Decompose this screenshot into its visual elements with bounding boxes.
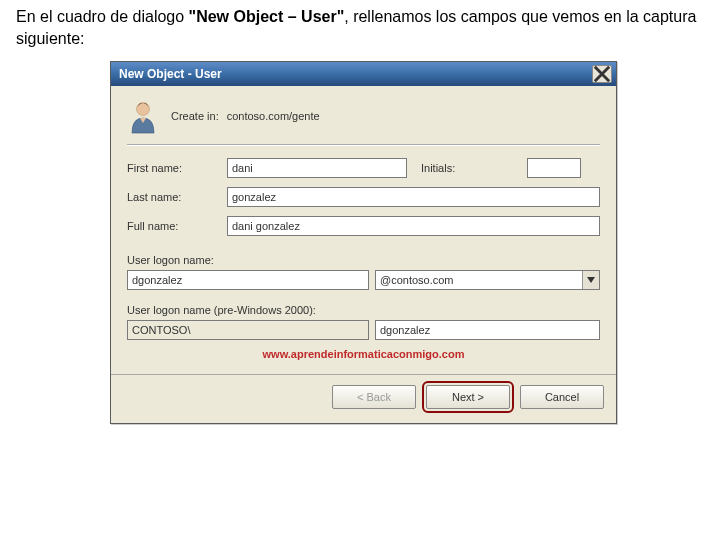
- logon-pre-label: User logon name (pre-Windows 2000):: [127, 304, 600, 316]
- dropdown-arrow-icon: [582, 271, 599, 289]
- user-icon: [127, 98, 159, 134]
- create-in-path: contoso.com/gente: [227, 110, 320, 122]
- domain-suffix-combo[interactable]: @contoso.com: [375, 270, 600, 290]
- divider: [127, 144, 600, 146]
- svg-point-0: [137, 103, 150, 116]
- logon-pre-input[interactable]: dgonzalez: [375, 320, 600, 340]
- cancel-button[interactable]: Cancel: [520, 385, 604, 409]
- back-button[interactable]: < Back: [332, 385, 416, 409]
- window-title: New Object - User: [119, 67, 592, 81]
- close-button[interactable]: [592, 65, 612, 83]
- titlebar: New Object - User: [111, 62, 616, 86]
- first-name-input[interactable]: dani: [227, 158, 407, 178]
- logon-name-input[interactable]: dgonzalez: [127, 270, 369, 290]
- last-name-label: Last name:: [127, 191, 227, 203]
- full-name-input[interactable]: dani gonzalez: [227, 216, 600, 236]
- close-icon: [593, 65, 611, 83]
- domain-suffix-value: @contoso.com: [376, 271, 582, 289]
- full-name-label: Full name:: [127, 220, 227, 232]
- last-name-input[interactable]: gonzalez: [227, 187, 600, 207]
- first-name-label: First name:: [127, 162, 227, 174]
- dialog-window: New Object - User Create in: contoso.com…: [110, 61, 617, 424]
- domain-prefix-box: CONTOSO\: [127, 320, 369, 340]
- watermark-text: www.aprendeinformaticaconmigo.com: [127, 348, 600, 360]
- initials-input[interactable]: [527, 158, 581, 178]
- footer: < Back Next > Cancel: [111, 374, 616, 423]
- logon-name-label: User logon name:: [127, 254, 600, 266]
- initials-label: Initials:: [421, 162, 521, 174]
- next-button[interactable]: Next >: [426, 385, 510, 409]
- create-in-label: Create in:: [171, 110, 219, 122]
- intro-text: En el cuadro de dialogo "New Object – Us…: [0, 0, 720, 57]
